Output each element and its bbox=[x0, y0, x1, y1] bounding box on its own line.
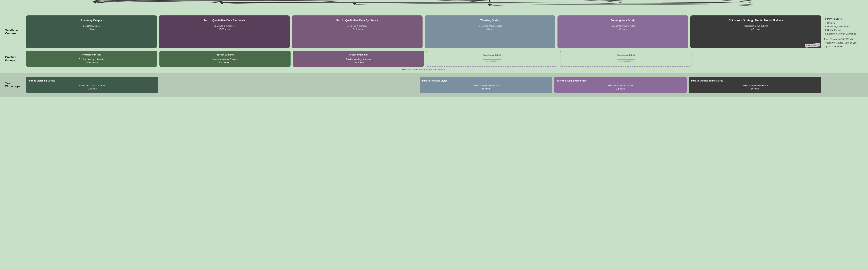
course-badge-guide-strategy: FREE on website> bbox=[805, 43, 820, 47]
practice-coming-practice-thinking: <coming in 2025> bbox=[483, 60, 501, 63]
workshop-details-workshop-strategy: online, or in-person near SF2.5 hours bbox=[691, 84, 819, 90]
extra-spacer-arrows bbox=[821, 0, 863, 15]
practice-title-practice-qual2: Practice with Indi bbox=[295, 54, 422, 56]
team-workshops-label-text: TeamWorkshops bbox=[5, 82, 20, 88]
practice-section: PracticeGroups Practice with Indi5 onlin… bbox=[0, 50, 868, 67]
course-card-framing-study[interactable]: Framing Your StudyRecordings of live lec… bbox=[557, 15, 688, 48]
cert-spacer bbox=[5, 67, 26, 73]
cert-extra-space bbox=[821, 67, 863, 73]
page-wrapper: Self-PacedCourses Listening Deeply25 vid… bbox=[0, 0, 868, 97]
team-workshops-section: TeamWorkshops Intro to Listening Deeplyo… bbox=[0, 73, 868, 97]
practice-label: PracticeGroups bbox=[5, 50, 26, 67]
workshops-cards: Intro to Listening Deeplyonline, or in-p… bbox=[26, 77, 821, 93]
certification-row: Get certification after you finish all o… bbox=[0, 67, 868, 73]
pricing-level: 2. University/Govt/Union bbox=[824, 25, 863, 29]
self-paced-section: Self-PacedCourses Listening Deeply25 vid… bbox=[0, 15, 868, 48]
pricing-info-container: Four Price Levels:1. Regular2. Universit… bbox=[821, 15, 863, 48]
practice-card-practice-qual2[interactable]: Practice with Indi5 online meetings, 6 w… bbox=[292, 50, 424, 67]
team-workshops-label: TeamWorkshops bbox=[5, 82, 26, 88]
course-card-qual-synthesis-1[interactable]: Part 1: Qualitative Data Synthesis25 vid… bbox=[159, 15, 290, 48]
practice-groups: Practice with Indi5 online meetings, 6 w… bbox=[26, 50, 821, 67]
course-card-listening-deeply[interactable]: Listening Deeply25 videos, demos12 hours bbox=[26, 15, 157, 48]
practice-details-practice-qual2: 5 online meetings, 6 weeks2 hours each bbox=[295, 58, 422, 64]
workshop-card-workshop-empty1 bbox=[160, 77, 288, 93]
practice-label-text: PracticeGroups bbox=[5, 56, 16, 62]
course-title-framing-study: Framing Your Study bbox=[560, 19, 686, 22]
arrows-svg bbox=[26, 0, 821, 15]
workshop-title-workshop-listening: Intro to Listening Deeply bbox=[29, 79, 156, 82]
pricing-title: Four Price Levels: bbox=[824, 17, 863, 21]
self-paced-label: Self-PacedCourses bbox=[5, 15, 26, 48]
course-details-qual-synthesis-2: 29 videos, 4 exercises13-16 hours bbox=[294, 25, 420, 31]
practice-details-practice-listening: 5 online meetings, 6 weeks2 hours each bbox=[28, 58, 155, 64]
workshop-card-workshop-thinking[interactable]: Intro to Thinking Stylesonline, or in-pe… bbox=[420, 77, 552, 93]
workshop-card-workshop-strategy[interactable]: Intro to Guiding Your Strategyonline, or… bbox=[689, 77, 821, 93]
workshop-title-workshop-strategy: Intro to Guiding Your Strategy bbox=[691, 79, 819, 82]
self-paced-label-text: Self-PacedCourses bbox=[5, 29, 20, 35]
pricing-level: 3. Out-of-Pocket bbox=[824, 28, 863, 32]
team-discount: Team Discounts (10-25% off) bbox=[824, 37, 863, 41]
practice-details-practice-qual1: 5 online meetings, 6 weeks2 hours each bbox=[161, 58, 289, 64]
course-card-qual-synthesis-2[interactable]: Part 2: Qualitative Data Synthesis29 vid… bbox=[292, 15, 423, 48]
course-details-thinking-styles: Recordings of live lectures9 hours bbox=[427, 25, 553, 31]
course-card-thinking-styles[interactable]: Thinking StylesRecordings of live lectur… bbox=[425, 15, 555, 48]
practice-card-practice-thinking[interactable]: Practice with Indi<coming in 2025> bbox=[426, 50, 558, 67]
workshop-card-workshop-listening[interactable]: Intro to Listening Deeplyonline, or in-p… bbox=[26, 77, 158, 93]
workshop-title-workshop-thinking: Intro to Thinking Styles bbox=[422, 79, 550, 82]
certification-text: Get certification after you finish all o… bbox=[26, 67, 821, 73]
workshop-details-workshop-framing: online, or in-person near SF2.5 hours bbox=[557, 84, 684, 90]
course-card-guide-strategy[interactable]: Guide Your Strategy: Mental Model Skylin… bbox=[690, 15, 821, 48]
workshop-card-workshop-framing[interactable]: Intro to Framing Your Studyonline, or in… bbox=[554, 77, 686, 93]
arrows-row bbox=[0, 0, 868, 15]
arrows-spacer bbox=[5, 0, 26, 15]
cert-label: Get certification after you finish all o… bbox=[402, 68, 445, 71]
course-title-guide-strategy: Guide Your Strategy: Mental Model Skylin… bbox=[693, 19, 819, 22]
course-details-listening-deeply: 25 videos, demos12 hours bbox=[29, 25, 154, 31]
course-details-framing-study: Recordings of live lectures8.5 hours bbox=[560, 25, 686, 31]
course-title-qual-synthesis-2: Part 2: Qualitative Data Synthesis bbox=[294, 19, 420, 22]
practice-card-practice-qual1[interactable]: Practice with Indi5 online meetings, 6 w… bbox=[159, 50, 291, 67]
pricing-level: 4. Extreme Currency Exchange bbox=[824, 32, 863, 36]
practice-title-practice-qual1: Practice with Indi bbox=[161, 54, 289, 56]
course-title-thinking-styles: Thinking Styles bbox=[427, 19, 553, 22]
course-details-guide-strategy: Recordings of live lectures8.5 hours bbox=[693, 25, 819, 31]
practice-title-practice-listening: Practice with Indi bbox=[28, 54, 155, 56]
course-title-qual-synthesis-1: Part 1: Qualitative Data Synthesis bbox=[161, 19, 287, 22]
practice-title-practice-framing: Practice with Indi bbox=[617, 54, 635, 56]
arrows-content bbox=[26, 0, 821, 15]
practice-extra bbox=[821, 50, 863, 67]
pricing-level: 1. Regular bbox=[824, 21, 863, 25]
course-details-qual-synthesis-1: 25 videos, 6 exercises13-20 hours bbox=[161, 25, 287, 31]
self-paced-courses: Listening Deeply25 videos, demos12 hours… bbox=[26, 15, 821, 48]
workshop-title-workshop-framing: Intro to Framing Your Study bbox=[557, 79, 684, 82]
workshop-card-workshop-empty2 bbox=[290, 77, 418, 93]
workshop-details-workshop-thinking: online, or in-person near SF2.5 hours bbox=[422, 84, 550, 90]
practice-card-practice-framing[interactable]: Practice with Indi<coming in 2025> bbox=[560, 50, 692, 67]
repeat-course: Repeat Any Course (95% off your original… bbox=[824, 41, 863, 48]
workshop-details-workshop-listening: online, or in-person near SF2.5 hours bbox=[29, 84, 156, 90]
practice-title-practice-thinking: Practice with Indi bbox=[483, 54, 501, 56]
course-title-listening-deeply: Listening Deeply bbox=[29, 19, 154, 22]
practice-card-practice-listening[interactable]: Practice with Indi5 online meetings, 6 w… bbox=[26, 50, 157, 67]
practice-empty-slot bbox=[694, 50, 821, 67]
practice-coming-practice-framing: <coming in 2025> bbox=[617, 60, 635, 63]
